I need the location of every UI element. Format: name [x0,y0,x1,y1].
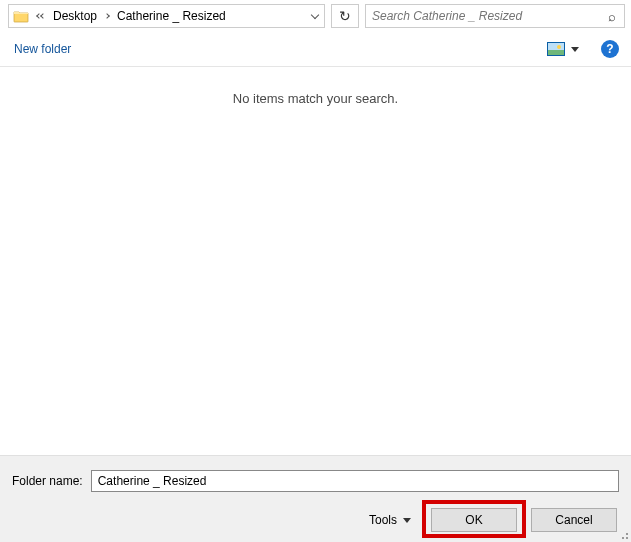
chevron-down-icon[interactable] [306,9,324,23]
cancel-button[interactable]: Cancel [531,508,617,532]
folder-icon [9,5,33,27]
breadcrumb-segment-current[interactable]: Catherine _ Resized [113,5,230,27]
refresh-button[interactable]: ↻ [331,4,359,28]
empty-message: No items match your search. [0,67,631,106]
new-folder-button[interactable]: New folder [12,38,73,60]
search-input[interactable] [366,9,600,23]
refresh-icon: ↻ [339,9,351,23]
chevron-down-icon [403,518,411,523]
chevron-left-double-icon[interactable] [33,14,49,18]
address-search-row: Desktop Catherine _ Resized ↻ ⌕ [0,0,631,32]
search-box[interactable]: ⌕ [365,4,625,28]
help-button[interactable]: ? [601,40,619,58]
breadcrumb-segment-desktop[interactable]: Desktop [49,5,101,27]
file-list-area: No items match your search. [0,67,631,443]
search-icon[interactable]: ⌕ [600,9,624,24]
footer-panel: Folder name: Tools OK Cancel [0,455,631,542]
breadcrumb-label: Desktop [53,9,97,23]
tools-menu-button[interactable]: Tools [369,513,411,527]
chevron-right-icon[interactable] [101,5,113,27]
breadcrumb-label: Catherine _ Resized [117,9,226,23]
tools-label: Tools [369,513,397,527]
command-bar: New folder ? [0,32,631,67]
resize-grip-icon[interactable] [619,530,629,540]
chevron-down-icon [571,47,579,52]
ok-button[interactable]: OK [431,508,517,532]
folder-name-label: Folder name: [12,474,83,488]
picture-icon [547,42,565,56]
folder-name-input[interactable] [91,470,619,492]
view-mode-button[interactable] [543,40,583,58]
breadcrumb[interactable]: Desktop Catherine _ Resized [8,4,325,28]
